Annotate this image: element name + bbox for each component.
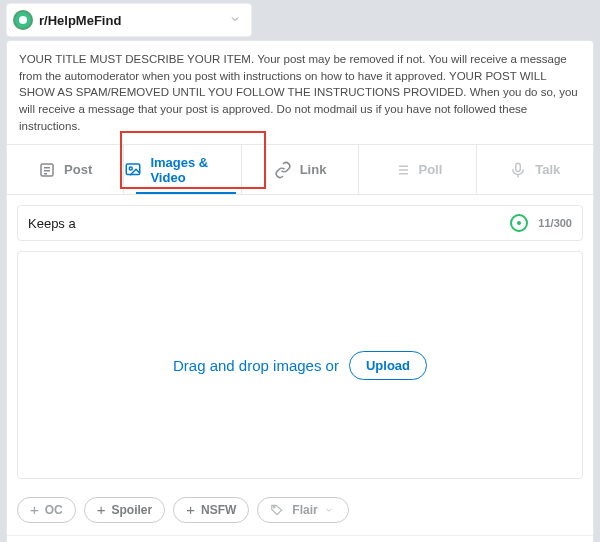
tab-poll: Poll [359,145,476,194]
svg-point-5 [130,167,133,170]
plus-icon: + [97,504,106,516]
grammarly-icon [510,214,528,232]
oc-label: OC [45,503,63,517]
post-type-tabs: Post Images & Video Link Poll Talk [7,145,593,195]
community-icon [13,10,33,30]
nsfw-tag-button[interactable]: + NSFW [173,497,249,523]
tab-images-video[interactable]: Images & Video [124,145,241,194]
spoiler-label: Spoiler [112,503,153,517]
community-name: r/HelpMeFind [39,13,121,28]
title-input[interactable] [28,216,510,231]
footer-actions: Cancel Post [7,535,593,542]
title-char-counter: 11/300 [538,217,572,229]
tab-talk-label: Talk [535,162,560,177]
tab-link[interactable]: Link [242,145,359,194]
tab-post-label: Post [64,162,92,177]
tag-icon [270,503,284,517]
dropzone-text: Drag and drop images or [173,357,339,374]
tab-post[interactable]: Post [7,145,124,194]
oc-tag-button[interactable]: + OC [17,497,76,523]
title-field-wrapper: 11/300 [17,205,583,241]
tab-talk: Talk [477,145,593,194]
flair-label: Flair [292,503,317,517]
svg-rect-12 [516,163,521,171]
post-composer-card: YOUR TITLE MUST DESCRIBE YOUR ITEM. Your… [6,40,594,542]
plus-icon: + [186,504,195,516]
chevron-down-icon [229,13,241,28]
community-picker[interactable]: r/HelpMeFind [6,3,252,37]
chevron-down-icon [324,505,334,515]
flair-tag-button[interactable]: Flair [257,497,348,523]
tab-poll-label: Poll [419,162,443,177]
tab-link-label: Link [300,162,327,177]
plus-icon: + [30,504,39,516]
spoiler-tag-button[interactable]: + Spoiler [84,497,165,523]
nsfw-label: NSFW [201,503,236,517]
rules-banner: YOUR TITLE MUST DESCRIBE YOUR ITEM. Your… [7,41,593,145]
tag-row: + OC + Spoiler + NSFW Flair [7,489,593,531]
upload-button[interactable]: Upload [349,351,427,380]
media-dropzone[interactable]: Drag and drop images or Upload [17,251,583,479]
svg-point-14 [274,507,276,509]
tab-images-video-label: Images & Video [150,155,240,185]
